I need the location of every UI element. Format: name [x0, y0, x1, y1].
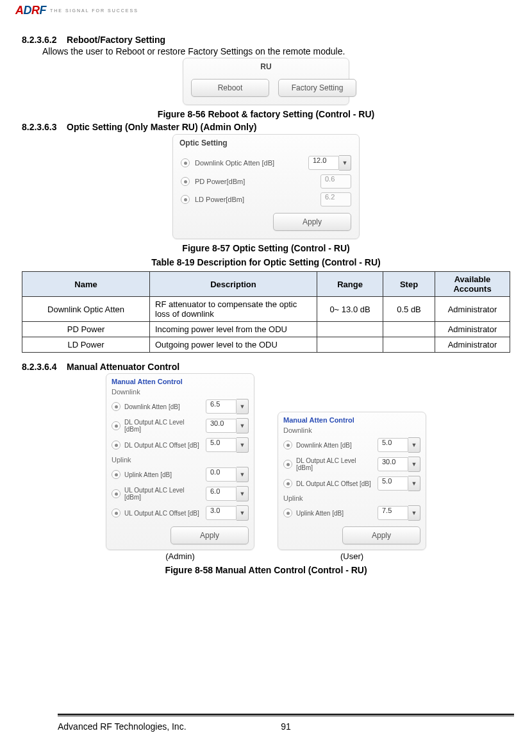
cell-range	[317, 322, 383, 337]
ma-admin-apply-button[interactable]: Apply	[170, 526, 249, 544]
chevron-down-icon[interactable]: ▼	[237, 486, 249, 501]
ul-atten-input[interactable]: 0.0	[206, 467, 237, 482]
chevron-down-icon[interactable]: ▼	[237, 505, 249, 521]
chevron-down-icon[interactable]: ▼	[237, 467, 249, 482]
ma-label: DL Output ALC Level [dBm]	[296, 457, 374, 471]
pd-power-readonly: 0.6	[320, 174, 351, 189]
ma-row: UL Output ALC Offset [dB]3.0▼	[106, 503, 254, 523]
dl-atten-input[interactable]: 6.5	[206, 399, 237, 414]
radio-icon[interactable]	[181, 177, 190, 186]
cell-acct: Administrator	[435, 337, 510, 353]
ma-label: DL Output ALC Offset [dB]	[124, 442, 202, 449]
radio-icon[interactable]	[181, 158, 190, 167]
ul-alc-level-input[interactable]: 6.0	[206, 487, 237, 501]
ma-row: Downlink Atten [dB]6.5▼	[106, 397, 254, 416]
chevron-down-icon[interactable]: ▼	[237, 399, 249, 414]
cell-step	[383, 337, 435, 353]
cell-step: 0.5 dB	[383, 297, 435, 322]
user-dl-alc-offset-input[interactable]: 5.0	[378, 476, 408, 491]
cell-desc: RF attenuator to compensate the optic lo…	[150, 297, 317, 322]
ma-row: Uplink Atten [dB]0.0▼	[106, 465, 254, 484]
ld-power-readonly: 6.2	[320, 192, 351, 206]
radio-icon[interactable]	[112, 402, 121, 411]
section-heading-manual: 8.2.3.6.4 Manual Attenuator Control	[22, 362, 510, 372]
optic-row-pd-power: PD Power[dBm] 0.6	[181, 174, 351, 189]
manual-atten-user: Manual Atten Control Downlink Downlink A…	[278, 412, 426, 561]
radio-icon[interactable]	[112, 489, 121, 498]
manual-atten-admin: Manual Atten Control Downlink Downlink A…	[106, 373, 254, 561]
ma-user-apply-button[interactable]: Apply	[342, 526, 420, 544]
cell-name: LD Power	[22, 337, 150, 353]
chevron-down-icon[interactable]: ▼	[237, 418, 249, 433]
reboot-button[interactable]: Reboot	[191, 79, 269, 97]
radio-icon[interactable]	[112, 441, 121, 449]
ma-label: UL Output ALC Offset [dB]	[124, 510, 202, 517]
ma-label: DL Output ALC Offset [dB]	[296, 480, 374, 487]
page-footer: Advanced RF Technologies, Inc. 91	[58, 721, 514, 732]
ma-label: UL Output ALC Level [dBm]	[124, 487, 202, 501]
ma-row: DL Output ALC Offset [dB]5.0▼	[278, 474, 426, 493]
ma-row: UL Output ALC Level [dBm]6.0▼	[106, 484, 254, 503]
cell-acct: Administrator	[435, 322, 510, 337]
dl-optic-atten-input[interactable]: 12.0	[308, 156, 339, 170]
footer-company: Advanced RF Technologies, Inc.	[58, 721, 187, 732]
radio-icon[interactable]	[181, 195, 190, 204]
footer-page-number: 91	[281, 721, 291, 732]
radio-icon[interactable]	[283, 479, 292, 488]
admin-subcaption: (Admin)	[106, 551, 254, 561]
chevron-down-icon[interactable]: ▼	[408, 476, 420, 491]
radio-icon[interactable]	[283, 508, 292, 517]
factory-setting-button[interactable]: Factory Setting	[278, 79, 356, 97]
header-logo: ADRF THE SIGNAL FOR SUCCESS	[15, 4, 138, 17]
section-heading-optic: 8.2.3.6.3 Optic Setting (Only Master RU)…	[22, 122, 510, 132]
th-range: Range	[317, 272, 383, 297]
cell-desc: Outgoing power level to the ODU	[150, 337, 317, 353]
radio-icon[interactable]	[112, 470, 121, 479]
table-19-caption: Table 8-19 Description for Optic Setting…	[22, 257, 510, 267]
chevron-down-icon[interactable]: ▼	[237, 437, 249, 453]
chevron-down-icon[interactable]: ▼	[408, 457, 420, 472]
ma-user-title: Manual Atten Control	[278, 412, 426, 425]
radio-icon[interactable]	[112, 421, 121, 430]
dl-alc-offset-input[interactable]: 5.0	[206, 438, 237, 452]
optic-apply-button[interactable]: Apply	[273, 213, 351, 231]
cell-desc: Incoming power level from the ODU	[150, 322, 317, 337]
optic-panel-title: Optic Setting	[173, 135, 359, 150]
chevron-down-icon[interactable]: ▼	[339, 155, 351, 171]
table-row: Downlink Optic Atten RF attenuator to co…	[22, 297, 510, 322]
ma-admin-title: Manual Atten Control	[106, 374, 254, 387]
chevron-down-icon[interactable]: ▼	[408, 437, 420, 453]
figure-58-caption: Figure 8-58 Manual Atten Control (Contro…	[22, 565, 510, 575]
optic-label: LD Power[dBm]	[195, 196, 315, 203]
ma-admin-dl-header: Downlink	[106, 387, 254, 397]
ma-admin-ul-header: Uplink	[106, 455, 254, 465]
ru-panel: RU Reboot Factory Setting	[183, 58, 349, 105]
user-ul-atten-input[interactable]: 7.5	[378, 506, 408, 520]
ma-row: DL Output ALC Offset [dB]5.0▼	[106, 435, 254, 455]
optic-label: PD Power[dBm]	[195, 178, 315, 185]
optic-row-dl-atten: Downlink Optic Atten [dB] 12.0 ▼	[181, 155, 351, 171]
ma-label: Uplink Atten [dB]	[296, 510, 374, 517]
figure-57-caption: Figure 8-57 Optic Setting (Control - RU)	[22, 243, 510, 253]
chevron-down-icon[interactable]: ▼	[408, 505, 420, 521]
ru-panel-title: RU	[183, 58, 349, 74]
radio-icon[interactable]	[283, 460, 292, 469]
cell-range: 0~ 13.0 dB	[317, 297, 383, 322]
cell-name: PD Power	[22, 322, 150, 337]
th-description: Description	[150, 272, 317, 297]
ul-alc-offset-input[interactable]: 3.0	[206, 506, 237, 520]
ma-row: Downlink Atten [dB]5.0▼	[278, 435, 426, 455]
dl-alc-level-input[interactable]: 30.0	[206, 419, 237, 433]
cell-acct: Administrator	[435, 297, 510, 322]
footer-rule	[58, 714, 514, 716]
user-dl-alc-level-input[interactable]: 30.0	[378, 457, 408, 471]
cell-step	[383, 322, 435, 337]
user-dl-atten-input[interactable]: 5.0	[378, 438, 408, 452]
ma-row: Uplink Atten [dB]7.5▼	[278, 503, 426, 523]
radio-icon[interactable]	[112, 508, 121, 517]
ma-label: DL Output ALC Level [dBm]	[124, 419, 202, 433]
ma-label: Uplink Atten [dB]	[124, 471, 202, 478]
th-accounts: Available Accounts	[435, 272, 510, 297]
radio-icon[interactable]	[283, 441, 292, 449]
figure-56-caption: Figure 8-56 Reboot & factory Setting (Co…	[22, 109, 510, 119]
